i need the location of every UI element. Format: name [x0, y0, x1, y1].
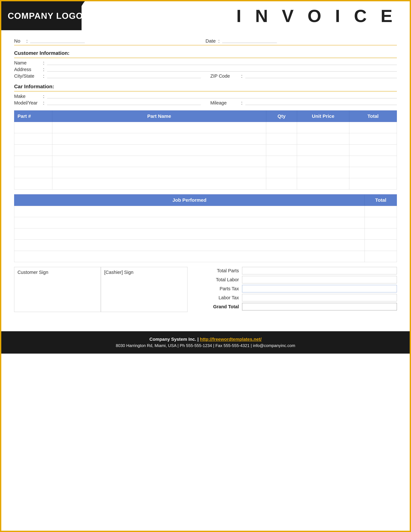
logo-text: COMPANY LOGO: [8, 11, 83, 21]
job-row: [14, 240, 397, 251]
address-line: [47, 68, 397, 72]
mileage-label: Mileage: [210, 100, 239, 106]
job-cell: [14, 206, 365, 217]
job-cell: [14, 240, 365, 251]
name-line: [47, 61, 397, 65]
customer-divider: [14, 58, 397, 58]
main-content: No : Date : Customer Information: Name :…: [1, 30, 410, 322]
footer-line1: Company System Inc. | http://freewordtem…: [11, 337, 400, 342]
customer-section-title: Customer Information:: [14, 50, 397, 56]
model-line: [47, 101, 201, 105]
job-total-cell: [365, 240, 397, 251]
car-make-row: Make :: [14, 94, 397, 99]
table-row: [14, 178, 397, 190]
total-parts-label: Total Parts: [197, 268, 242, 273]
address-colon: :: [43, 67, 44, 72]
model-label: Model/Year: [14, 100, 43, 106]
qty-cell: [266, 133, 297, 144]
total-parts-row: Total Parts: [197, 267, 397, 274]
invoice-title-area: I N V O I C E: [114, 1, 410, 30]
total-cell: [349, 133, 397, 144]
cashier-sign-label: [Cashier] Sign: [104, 270, 184, 275]
job-cell: [14, 228, 365, 240]
job-total-cell: [365, 251, 397, 262]
grand-total-row: Grand Total: [197, 303, 397, 310]
job-cell: [14, 217, 365, 228]
job-total-cell: [365, 206, 397, 217]
job-row: [14, 228, 397, 240]
job-row: [14, 251, 397, 262]
col-name-header: Part Name: [52, 111, 266, 122]
make-line: [47, 95, 397, 98]
table-row: [14, 122, 397, 133]
job-row: [14, 206, 397, 217]
no-label: No: [14, 38, 24, 44]
part-name-cell: [52, 156, 266, 167]
qty-cell: [266, 122, 297, 133]
part-name-cell: [52, 122, 266, 133]
invoice-title: I N V O I C E: [236, 6, 397, 26]
total-cell: [349, 122, 397, 133]
table-row: [14, 167, 397, 178]
parts-tax-label: Parts Tax: [197, 286, 242, 291]
no-colon: :: [26, 38, 27, 44]
unit-price-cell: [297, 167, 349, 178]
table-row: [14, 133, 397, 144]
zip-colon: :: [241, 74, 242, 79]
make-colon: :: [43, 94, 44, 99]
unit-price-cell: [297, 178, 349, 190]
customer-name-row: Name :: [14, 60, 397, 66]
car-section-title: Car Information:: [14, 84, 397, 90]
part-num-cell: [14, 122, 52, 133]
total-cell: [349, 144, 397, 156]
total-labor-row: Total Labor: [197, 276, 397, 283]
col-job-header: Job Performed: [14, 194, 365, 206]
parts-table: Part # Part Name Qty Unit Price Total: [14, 110, 397, 190]
model-field: Model/Year :: [14, 100, 201, 106]
name-colon: :: [43, 60, 44, 66]
qty-cell: [266, 167, 297, 178]
cashier-sign-box: [Cashier] Sign: [101, 267, 188, 312]
unit-price-cell: [297, 122, 349, 133]
col-part-header: Part #: [14, 111, 52, 122]
job-table: Job Performed Total: [14, 194, 397, 262]
parts-tax-value: [242, 285, 397, 292]
city-line: [47, 74, 201, 78]
part-name-cell: [52, 178, 266, 190]
total-parts-value: [242, 267, 397, 274]
footer-link[interactable]: http://freewordtemplates.net/: [200, 337, 262, 342]
col-job-total-header: Total: [365, 194, 397, 206]
footer-line2: 8030 Harrington Rd, Miami, USA | Ph 555-…: [11, 343, 400, 348]
car-model-row: Model/Year : Mileage :: [14, 100, 397, 106]
customer-city-row: City/State : ZIP Code :: [14, 74, 397, 79]
table-row: [14, 144, 397, 156]
mileage-field: Mileage :: [210, 100, 397, 106]
bottom-section: Customer Sign [Cashier] Sign Total Parts…: [14, 267, 397, 312]
total-cell: [349, 156, 397, 167]
city-label: City/State: [14, 74, 43, 79]
part-name-cell: [52, 167, 266, 178]
car-section: Car Information: Make : Model/Year : Mil…: [14, 84, 397, 106]
zip-field: ZIP Code :: [210, 74, 397, 79]
table-row: [14, 156, 397, 167]
logo-area: COMPANY LOGO: [1, 1, 114, 30]
no-date-row: No : Date :: [14, 38, 397, 44]
labor-tax-label: Labor Tax: [197, 295, 242, 300]
header-curve: [82, 1, 114, 30]
unit-price-cell: [297, 156, 349, 167]
col-qty-header: Qty: [266, 111, 297, 122]
col-total-header: Total: [349, 111, 397, 122]
mileage-colon: :: [241, 100, 242, 106]
qty-cell: [266, 178, 297, 190]
zip-label: ZIP Code: [210, 74, 239, 79]
header: COMPANY LOGO I N V O I C E: [1, 1, 410, 30]
qty-cell: [266, 156, 297, 167]
part-num-cell: [14, 144, 52, 156]
grand-total-value: [242, 303, 397, 310]
date-value-line: [222, 39, 277, 43]
grand-total-label: Grand Total: [197, 304, 242, 309]
city-colon: :: [43, 74, 44, 79]
mileage-line: [245, 101, 397, 105]
part-num-cell: [14, 133, 52, 144]
unit-price-cell: [297, 144, 349, 156]
